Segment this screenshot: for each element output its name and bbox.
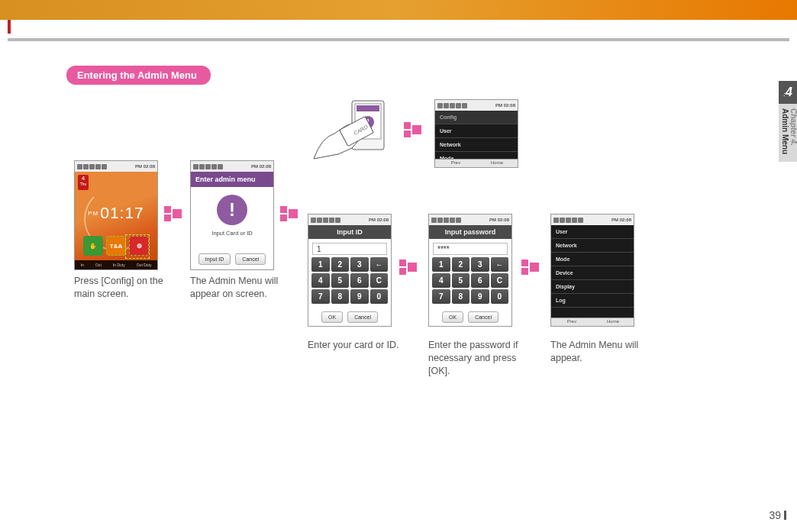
menu-item[interactable]: Device bbox=[551, 266, 634, 280]
keypad-key[interactable]: 2 bbox=[331, 257, 350, 272]
step6-caption: The Admin Menu will appear. bbox=[550, 339, 657, 365]
keypad-key[interactable]: 6 bbox=[350, 273, 369, 288]
screenshot-main-screen: PM 02:08 4Thu PM01:17 ✋ T&A ⚙ InOutIn Du… bbox=[74, 160, 158, 270]
flow-arrow-icon bbox=[280, 206, 298, 221]
flow-arrow-icon bbox=[521, 260, 539, 275]
keypad-key[interactable]: 4 bbox=[311, 273, 330, 288]
ok-button[interactable]: OK bbox=[321, 311, 343, 323]
keypad-key[interactable]: 5 bbox=[452, 273, 470, 288]
input-id-button[interactable]: Input ID bbox=[198, 253, 231, 265]
keypad-key[interactable]: 0 bbox=[491, 289, 509, 304]
menu-item[interactable]: User bbox=[551, 225, 634, 239]
grey-separator bbox=[8, 38, 789, 41]
menu-item[interactable]: Log bbox=[551, 294, 634, 308]
keypad-key[interactable]: 9 bbox=[471, 289, 489, 304]
chapter-label: Chapter 4. bbox=[789, 108, 797, 146]
keypad-key[interactable]: 1 bbox=[432, 257, 450, 272]
menu-item[interactable]: Mode bbox=[551, 253, 634, 266]
cancel-button[interactable]: Cancel bbox=[347, 311, 378, 323]
red-marker bbox=[8, 20, 11, 34]
ok-button[interactable]: OK bbox=[442, 311, 463, 323]
screenshot-admin-menu: PM 02:08 User Network Mode Device Displa… bbox=[550, 214, 634, 327]
keypad-title: Input ID bbox=[308, 225, 391, 239]
menu-item[interactable]: User bbox=[435, 124, 518, 138]
card-tap-illustration: ! CARD bbox=[308, 99, 392, 168]
id-input[interactable]: 1 bbox=[312, 243, 387, 255]
svg-rect-2 bbox=[357, 105, 379, 111]
cancel-button[interactable]: Cancel bbox=[468, 311, 499, 323]
menu-item[interactable]: Network bbox=[551, 239, 634, 253]
config-highlight bbox=[125, 234, 150, 259]
chapter-number: :4 bbox=[779, 81, 797, 104]
dialog-message: Input Card or ID bbox=[191, 230, 273, 237]
chapter-title: Admin Menu bbox=[781, 108, 789, 154]
flow-arrow-icon bbox=[404, 122, 421, 137]
keypad-key[interactable]: 4 bbox=[432, 273, 450, 288]
screenshot-input-password: PM 02:08 Input password **** 1 2 3 ← 4 5… bbox=[428, 214, 512, 327]
screenshot-input-id: PM 02:08 Input ID 1 1 2 3 ← 4 5 6 C 7 8 … bbox=[308, 214, 392, 327]
step1-caption: Press [Config] on the main screen. bbox=[74, 275, 181, 301]
keypad-key[interactable]: 9 bbox=[350, 289, 369, 304]
keypad-key[interactable]: 7 bbox=[432, 289, 450, 304]
menu-item[interactable]: Display bbox=[551, 280, 634, 294]
keypad-key[interactable]: ← bbox=[491, 257, 509, 272]
keypad-key[interactable]: C bbox=[491, 273, 509, 288]
flow-arrow-icon bbox=[164, 206, 182, 221]
keypad-key[interactable]: 7 bbox=[311, 289, 330, 304]
alert-icon: ! bbox=[217, 195, 247, 225]
chapter-side-tab: :4 Chapter 4. Admin Menu bbox=[779, 81, 797, 162]
keypad-key[interactable]: 2 bbox=[452, 257, 470, 272]
keypad-key[interactable]: 1 bbox=[311, 257, 330, 272]
cancel-button[interactable]: Cancel bbox=[235, 253, 266, 265]
flow-arrow-icon bbox=[399, 260, 417, 275]
keypad-key[interactable]: 8 bbox=[331, 289, 350, 304]
keypad-key[interactable]: ← bbox=[370, 257, 389, 272]
dialog-header: Enter admin menu bbox=[191, 172, 273, 187]
step4-caption: Enter your card or ID. bbox=[308, 339, 415, 352]
top-orange-bar bbox=[0, 0, 797, 20]
keypad-key[interactable]: 8 bbox=[452, 289, 470, 304]
auth-button[interactable]: ✋ bbox=[83, 236, 103, 256]
keypad-key[interactable]: 6 bbox=[471, 273, 489, 288]
keypad-title: Input password bbox=[429, 225, 511, 239]
screenshot-enter-admin: PM 02:08 Enter admin menu ! Input Card o… bbox=[190, 160, 274, 270]
screenshot-admin-menu-small: PM 02:08 Config User Network Mode Device… bbox=[434, 99, 518, 168]
step5-caption: Enter the password if necessary and pres… bbox=[428, 339, 535, 378]
menu-item[interactable]: Network bbox=[435, 138, 518, 152]
keypad-key[interactable]: 3 bbox=[471, 257, 489, 272]
ta-button[interactable]: T&A bbox=[106, 236, 126, 256]
section-title-badge: Entering the Admin Menu bbox=[66, 66, 211, 85]
keypad-key[interactable]: 5 bbox=[331, 273, 350, 288]
calendar-icon: 4Thu bbox=[78, 175, 89, 190]
keypad-key[interactable]: 3 bbox=[350, 257, 369, 272]
password-input[interactable]: **** bbox=[433, 243, 508, 255]
page-number: 39 bbox=[769, 509, 786, 521]
step2-caption: The Admin Menu will appear on screen. bbox=[190, 275, 297, 301]
keypad-key[interactable]: 0 bbox=[370, 289, 389, 304]
keypad-key[interactable]: C bbox=[370, 273, 389, 288]
